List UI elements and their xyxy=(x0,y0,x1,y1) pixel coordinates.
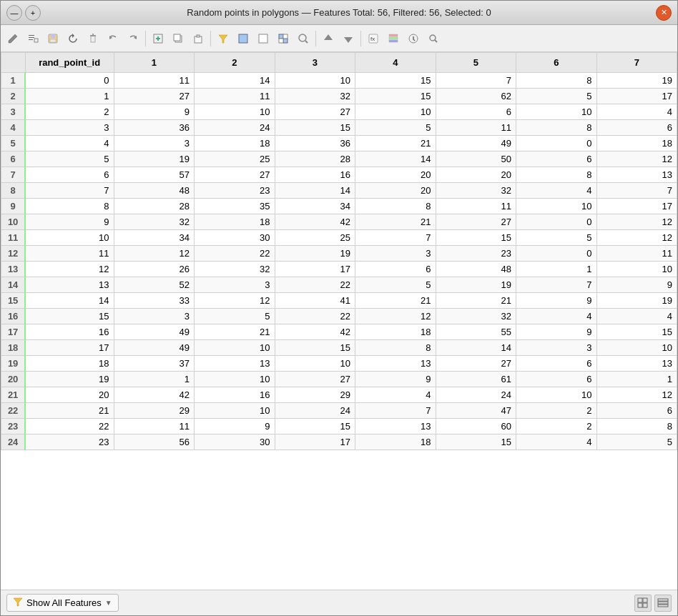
form-view-icon[interactable] xyxy=(654,595,672,612)
save-edits-icon[interactable] xyxy=(44,29,62,48)
cell-value[interactable]: 32 xyxy=(114,214,195,230)
cell-rand-point-id[interactable]: 0 xyxy=(25,73,114,89)
cell-rand-point-id[interactable]: 5 xyxy=(25,151,114,167)
cell-value[interactable]: 49 xyxy=(114,340,195,356)
table-row[interactable]: 651925281450612 xyxy=(1,151,677,167)
cell-value[interactable]: 14 xyxy=(275,183,355,199)
cell-value[interactable]: 15 xyxy=(596,324,677,340)
cell-rand-point-id[interactable]: 16 xyxy=(25,324,114,340)
undo-icon[interactable] xyxy=(104,29,122,48)
cell-value[interactable]: 6 xyxy=(516,151,597,167)
cell-value[interactable]: 14 xyxy=(195,73,275,89)
cell-value[interactable]: 10 xyxy=(195,340,275,356)
cell-value[interactable]: 4 xyxy=(516,183,597,199)
cell-value[interactable]: 10 xyxy=(516,387,597,403)
cell-value[interactable]: 19 xyxy=(275,246,355,262)
cell-value[interactable]: 5 xyxy=(195,309,275,324)
edit-icon[interactable] xyxy=(4,29,22,48)
cell-value[interactable]: 32 xyxy=(275,89,355,104)
cell-value[interactable]: 23 xyxy=(195,183,275,199)
cell-value[interactable]: 42 xyxy=(114,387,195,403)
table-row[interactable]: 19183713101327613 xyxy=(1,356,677,372)
col-2-header[interactable]: 2 xyxy=(195,53,275,73)
paste-icon[interactable] xyxy=(189,29,207,48)
cell-value[interactable]: 10 xyxy=(355,104,436,120)
cell-value[interactable]: 15 xyxy=(436,434,516,450)
cell-value[interactable]: 9 xyxy=(596,277,677,293)
cell-value[interactable]: 18 xyxy=(195,136,275,151)
table-view-icon[interactable] xyxy=(634,595,652,612)
cell-value[interactable]: 32 xyxy=(436,309,516,324)
cell-rand-point-id[interactable]: 3 xyxy=(25,120,114,136)
cell-value[interactable]: 19 xyxy=(114,151,195,167)
table-row[interactable]: 1312263217648110 xyxy=(1,262,677,277)
cell-value[interactable]: 1 xyxy=(516,262,597,277)
cell-value[interactable]: 4 xyxy=(516,309,597,324)
cell-value[interactable]: 33 xyxy=(114,293,195,309)
cell-value[interactable]: 19 xyxy=(436,277,516,293)
cell-value[interactable]: 3 xyxy=(195,277,275,293)
cell-value[interactable]: 26 xyxy=(114,262,195,277)
cell-rand-point-id[interactable]: 11 xyxy=(25,246,114,262)
cell-value[interactable]: 32 xyxy=(436,183,516,199)
table-row[interactable]: 982835348111017 xyxy=(1,199,677,214)
cell-value[interactable]: 37 xyxy=(114,356,195,372)
col-rand-point-id-header[interactable]: rand_point_id xyxy=(25,53,114,73)
cell-value[interactable]: 30 xyxy=(195,230,275,246)
cell-value[interactable]: 15 xyxy=(275,340,355,356)
cell-value[interactable]: 49 xyxy=(114,324,195,340)
cell-value[interactable]: 5 xyxy=(516,89,597,104)
cell-value[interactable]: 15 xyxy=(275,419,355,434)
show-all-features-button[interactable]: Show All Features ▼ xyxy=(6,594,119,612)
cell-rand-point-id[interactable]: 12 xyxy=(25,262,114,277)
cell-value[interactable]: 27 xyxy=(275,372,355,387)
cell-value[interactable]: 9 xyxy=(114,104,195,120)
cell-value[interactable]: 12 xyxy=(596,387,677,403)
col-6-header[interactable]: 6 xyxy=(516,53,597,73)
find-icon[interactable] xyxy=(424,29,443,48)
cell-value[interactable]: 12 xyxy=(355,309,436,324)
cell-value[interactable]: 21 xyxy=(355,136,436,151)
cell-value[interactable]: 9 xyxy=(516,293,597,309)
field-calculator-icon[interactable]: fx xyxy=(364,29,383,48)
cell-value[interactable]: 20 xyxy=(436,167,516,183)
cell-value[interactable]: 10 xyxy=(516,104,597,120)
cell-value[interactable]: 7 xyxy=(355,403,436,419)
table-row[interactable]: 1093218422127012 xyxy=(1,214,677,230)
cell-value[interactable]: 23 xyxy=(436,246,516,262)
cell-value[interactable]: 0 xyxy=(516,136,597,151)
cell-value[interactable]: 16 xyxy=(275,167,355,183)
cell-rand-point-id[interactable]: 14 xyxy=(25,293,114,309)
cell-value[interactable]: 15 xyxy=(436,230,516,246)
cell-rand-point-id[interactable]: 8 xyxy=(25,199,114,214)
table-row[interactable]: 212711321562517 xyxy=(1,89,677,104)
cell-value[interactable]: 6 xyxy=(516,356,597,372)
cell-value[interactable]: 11 xyxy=(195,89,275,104)
cell-rand-point-id[interactable]: 22 xyxy=(25,419,114,434)
cell-value[interactable]: 19 xyxy=(596,73,677,89)
cell-value[interactable]: 28 xyxy=(275,151,355,167)
cell-value[interactable]: 14 xyxy=(355,151,436,167)
cell-value[interactable]: 24 xyxy=(275,403,355,419)
copy-icon[interactable] xyxy=(169,29,187,48)
cell-value[interactable]: 13 xyxy=(596,167,677,183)
cell-value[interactable]: 24 xyxy=(436,387,516,403)
col-7-header[interactable]: 7 xyxy=(596,53,677,73)
cell-value[interactable]: 20 xyxy=(355,167,436,183)
cell-value[interactable]: 29 xyxy=(114,403,195,419)
cell-value[interactable]: 3 xyxy=(355,246,436,262)
cell-value[interactable]: 11 xyxy=(436,120,516,136)
cell-value[interactable]: 18 xyxy=(355,324,436,340)
cell-rand-point-id[interactable]: 1 xyxy=(25,89,114,104)
cell-value[interactable]: 25 xyxy=(275,230,355,246)
toggle-editing-icon[interactable] xyxy=(24,29,42,48)
table-row[interactable]: 15143312412121919 xyxy=(1,293,677,309)
cell-value[interactable]: 6 xyxy=(355,262,436,277)
cell-value[interactable]: 10 xyxy=(195,104,275,120)
cell-value[interactable]: 10 xyxy=(275,356,355,372)
cell-rand-point-id[interactable]: 23 xyxy=(25,434,114,450)
cell-value[interactable]: 11 xyxy=(436,199,516,214)
cell-rand-point-id[interactable]: 9 xyxy=(25,214,114,230)
close-button[interactable]: ✕ xyxy=(656,5,672,21)
cell-value[interactable]: 8 xyxy=(516,73,597,89)
